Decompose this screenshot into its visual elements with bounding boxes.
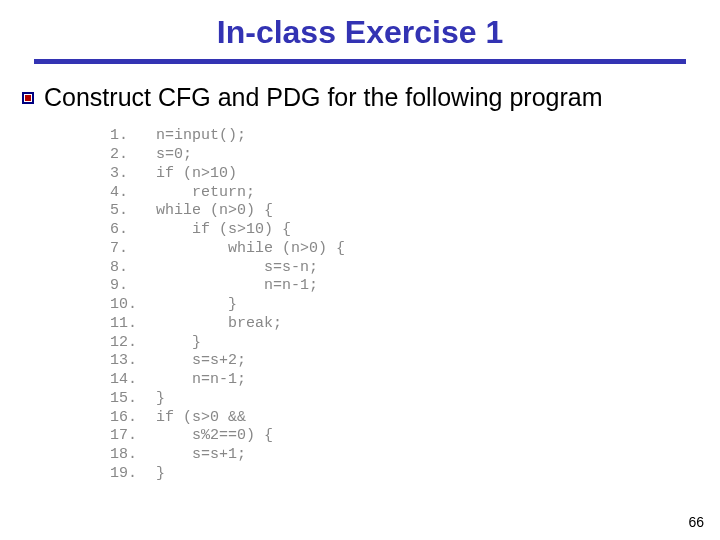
line-number: 7. <box>110 240 156 259</box>
code-text: } <box>156 390 165 409</box>
code-line: 12. } <box>110 334 720 353</box>
bullet-icon <box>22 92 34 104</box>
code-line: 14. n=n-1; <box>110 371 720 390</box>
line-number: 13. <box>110 352 156 371</box>
code-line: 8. s=s-n; <box>110 259 720 278</box>
code-line: 5.while (n>0) { <box>110 202 720 221</box>
line-number: 15. <box>110 390 156 409</box>
code-text: break; <box>156 315 282 334</box>
line-number: 18. <box>110 446 156 465</box>
title-underline <box>34 59 686 64</box>
code-text: return; <box>156 184 255 203</box>
slide-title: In-class Exercise 1 <box>0 0 720 59</box>
code-text: if (s>0 && <box>156 409 246 428</box>
line-number: 10. <box>110 296 156 315</box>
line-number: 3. <box>110 165 156 184</box>
code-text: } <box>156 334 201 353</box>
line-number: 6. <box>110 221 156 240</box>
line-number: 9. <box>110 277 156 296</box>
code-text: while (n>0) { <box>156 240 345 259</box>
prompt-row: Construct CFG and PDG for the following … <box>0 82 720 113</box>
code-line: 3.if (n>10) <box>110 165 720 184</box>
code-line: 11. break; <box>110 315 720 334</box>
code-text: while (n>0) { <box>156 202 273 221</box>
line-number: 11. <box>110 315 156 334</box>
code-text: s%2==0) { <box>156 427 273 446</box>
code-listing: 1.n=input();2.s=0;3.if (n>10)4. return;5… <box>0 127 720 483</box>
line-number: 2. <box>110 146 156 165</box>
line-number: 17. <box>110 427 156 446</box>
page-number: 66 <box>688 514 704 530</box>
code-text: s=s+2; <box>156 352 246 371</box>
code-line: 1.n=input(); <box>110 127 720 146</box>
code-text: s=s-n; <box>156 259 318 278</box>
code-text: n=n-1; <box>156 371 246 390</box>
line-number: 14. <box>110 371 156 390</box>
code-line: 19.} <box>110 465 720 484</box>
slide: In-class Exercise 1 Construct CFG and PD… <box>0 0 720 540</box>
code-line: 9. n=n-1; <box>110 277 720 296</box>
line-number: 19. <box>110 465 156 484</box>
line-number: 12. <box>110 334 156 353</box>
code-line: 6. if (s>10) { <box>110 221 720 240</box>
code-line: 4. return; <box>110 184 720 203</box>
code-line: 15.} <box>110 390 720 409</box>
code-text: s=0; <box>156 146 192 165</box>
line-number: 5. <box>110 202 156 221</box>
code-text: if (s>10) { <box>156 221 291 240</box>
line-number: 1. <box>110 127 156 146</box>
code-line: 18. s=s+1; <box>110 446 720 465</box>
line-number: 4. <box>110 184 156 203</box>
code-text: n=n-1; <box>156 277 318 296</box>
prompt-text: Construct CFG and PDG for the following … <box>44 82 603 113</box>
code-line: 17. s%2==0) { <box>110 427 720 446</box>
code-text: if (n>10) <box>156 165 237 184</box>
code-line: 7. while (n>0) { <box>110 240 720 259</box>
code-line: 13. s=s+2; <box>110 352 720 371</box>
code-text: } <box>156 465 165 484</box>
code-text: } <box>156 296 237 315</box>
line-number: 8. <box>110 259 156 278</box>
code-line: 16.if (s>0 && <box>110 409 720 428</box>
code-line: 10. } <box>110 296 720 315</box>
code-text: s=s+1; <box>156 446 246 465</box>
code-text: n=input(); <box>156 127 246 146</box>
code-line: 2.s=0; <box>110 146 720 165</box>
line-number: 16. <box>110 409 156 428</box>
